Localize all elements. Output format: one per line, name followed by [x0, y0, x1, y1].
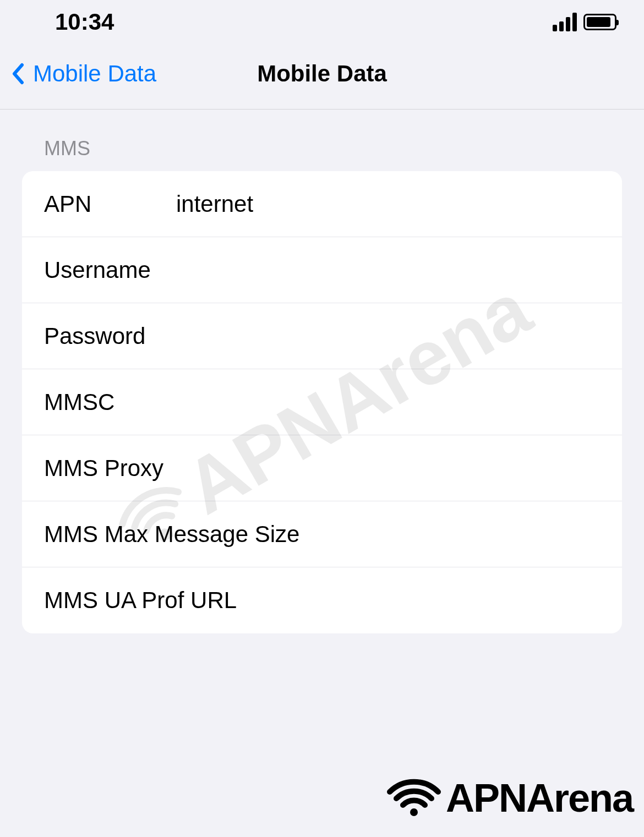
- apn-input[interactable]: [176, 191, 600, 217]
- content: MMS APN Username Password MMSC MMS Proxy…: [0, 110, 644, 633]
- brand-footer: APNArena: [386, 775, 633, 820]
- apn-row[interactable]: APN: [22, 171, 622, 237]
- password-label: Password: [44, 323, 176, 349]
- mms-max-size-row[interactable]: MMS Max Message Size: [22, 501, 622, 567]
- chevron-left-icon: [11, 63, 24, 85]
- username-label: Username: [44, 257, 176, 283]
- page-title: Mobile Data: [257, 61, 387, 87]
- password-input[interactable]: [176, 323, 600, 349]
- settings-group: APN Username Password MMSC MMS Proxy MMS…: [22, 171, 622, 633]
- username-row[interactable]: Username: [22, 237, 622, 303]
- mmsc-label: MMSC: [44, 389, 176, 415]
- cellular-signal-icon: [553, 13, 577, 31]
- mmsc-input[interactable]: [176, 389, 600, 415]
- mms-proxy-label: MMS Proxy: [44, 455, 163, 482]
- back-button[interactable]: Mobile Data: [11, 61, 156, 87]
- section-header: MMS: [22, 137, 622, 171]
- username-input[interactable]: [176, 257, 600, 283]
- mms-ua-prof-row[interactable]: MMS UA Prof URL: [22, 567, 622, 633]
- status-icons: [553, 13, 616, 31]
- back-label: Mobile Data: [33, 61, 156, 87]
- brand-text: APNArena: [446, 775, 633, 820]
- mms-ua-prof-label: MMS UA Prof URL: [44, 587, 237, 614]
- apn-label: APN: [44, 191, 176, 217]
- mms-proxy-row[interactable]: MMS Proxy: [22, 435, 622, 501]
- navigation-bar: Mobile Data Mobile Data: [0, 44, 644, 110]
- battery-icon: [583, 14, 616, 30]
- status-time: 10:34: [55, 9, 114, 35]
- password-row[interactable]: Password: [22, 303, 622, 369]
- status-bar: 10:34: [0, 0, 644, 44]
- wifi-icon: [386, 778, 441, 819]
- mms-max-size-label: MMS Max Message Size: [44, 521, 299, 548]
- svg-point-1: [410, 808, 418, 816]
- mmsc-row[interactable]: MMSC: [22, 369, 622, 435]
